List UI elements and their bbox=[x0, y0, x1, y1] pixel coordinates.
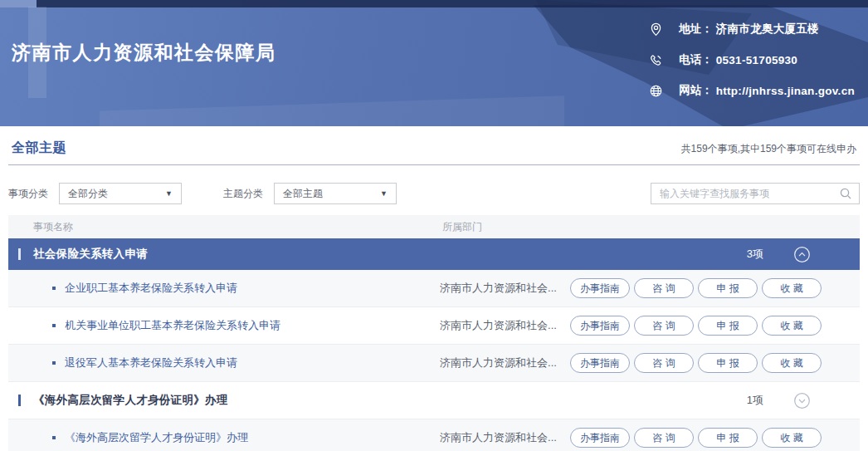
group-count: 3项 bbox=[747, 247, 763, 262]
theme-select[interactable]: 全部主题 bbox=[274, 183, 397, 204]
favorite-button[interactable]: 收 藏 bbox=[762, 316, 822, 336]
contact-label: 地址： bbox=[679, 22, 713, 37]
contact-phone: 电话： 0531-51705930 bbox=[647, 49, 855, 71]
table-row: 《海外高层次留学人才身份证明》办理 济南市人力资源和社会... 办事指南 咨 询… bbox=[8, 419, 860, 451]
guide-button[interactable]: 办事指南 bbox=[570, 316, 630, 336]
search-input[interactable] bbox=[660, 188, 839, 199]
service-name-link[interactable]: 企业职工基本养老保险关系转入申请 bbox=[8, 281, 440, 296]
contact-address: 地址： 济南市龙奥大厦五楼 bbox=[647, 18, 855, 40]
items-count-summary: 共159个事项,其中159个事项可在线申办 bbox=[681, 142, 856, 157]
category-filter-label: 事项分类 bbox=[8, 187, 48, 201]
theme-select-value: 全部主题 bbox=[283, 187, 323, 201]
group-name: 《海外高层次留学人才身份证明》办理 bbox=[33, 393, 228, 408]
row-actions: 办事指南 咨 询 申 报 收 藏 bbox=[570, 316, 822, 336]
group-marker bbox=[18, 248, 21, 260]
location-pin-icon bbox=[647, 21, 664, 37]
consult-button[interactable]: 咨 询 bbox=[634, 353, 694, 373]
search-box bbox=[651, 183, 860, 204]
guide-button[interactable]: 办事指南 bbox=[570, 428, 630, 448]
contact-list: 地址： 济南市龙奥大厦五楼 电话： 0531-51705930 bbox=[647, 18, 855, 110]
row-actions: 办事指南 咨 询 申 报 收 藏 bbox=[570, 353, 822, 373]
contact-value: 济南市龙奥大厦五楼 bbox=[716, 22, 819, 37]
group-marker bbox=[18, 395, 21, 406]
contact-value: 0531-51705930 bbox=[716, 54, 798, 66]
contact-value: http://jnhrss.jinan.gov.cn bbox=[716, 85, 855, 97]
service-department: 济南市人力资源和社会... bbox=[440, 355, 570, 370]
guide-button[interactable]: 办事指南 bbox=[570, 278, 630, 298]
content: 全部主题 共159个事项,其中159个事项可在线申办 事项分类 全部分类 主题分… bbox=[0, 126, 868, 451]
theme-filter-label: 主题分类 bbox=[223, 187, 263, 201]
row-actions: 办事指南 咨 询 申 报 收 藏 bbox=[570, 428, 822, 448]
globe-icon bbox=[647, 82, 664, 99]
favorite-button[interactable]: 收 藏 bbox=[762, 353, 822, 373]
page: 济南市人力资源和社会保障局 地址： 济南市龙奥大厦五楼 bbox=[0, 0, 868, 451]
consult-button[interactable]: 咨 询 bbox=[634, 428, 694, 448]
table-row: 退役军人基本养老保险关系转入申请 济南市人力资源和社会... 办事指南 咨 询 … bbox=[8, 345, 860, 382]
site-title: 济南市人力资源和社会保障局 bbox=[12, 40, 276, 66]
filters-bar: 事项分类 全部分类 主题分类 全部主题 bbox=[8, 183, 860, 204]
guide-button[interactable]: 办事指南 bbox=[570, 353, 630, 373]
group-row-social-insurance[interactable]: 社会保险关系转入申请 3项 bbox=[8, 238, 860, 270]
row-actions: 办事指南 咨 询 申 报 收 藏 bbox=[570, 278, 822, 298]
apply-button[interactable]: 申 报 bbox=[698, 428, 758, 448]
contact-label: 网站： bbox=[679, 83, 713, 98]
apply-button[interactable]: 申 报 bbox=[698, 278, 758, 298]
table-header-row: 事项名称 所属部门 bbox=[8, 215, 860, 238]
contact-website: 网站： http://jnhrss.jinan.gov.cn bbox=[647, 80, 855, 101]
service-name-link[interactable]: 《海外高层次留学人才身份证明》办理 bbox=[8, 430, 440, 445]
consult-button[interactable]: 咨 询 bbox=[634, 316, 694, 336]
favorite-button[interactable]: 收 藏 bbox=[762, 428, 822, 448]
service-name-link[interactable]: 机关事业单位职工基本养老保险关系转入申请 bbox=[8, 318, 440, 333]
services-table: 事项名称 所属部门 社会保险关系转入申请 3项 企业职工基本养老保险关系转入申请… bbox=[8, 215, 860, 451]
contact-label: 电话： bbox=[679, 52, 713, 67]
table-row: 企业职工基本养老保险关系转入申请 济南市人力资源和社会... 办事指南 咨 询 … bbox=[8, 270, 860, 307]
category-select-value: 全部分类 bbox=[68, 187, 108, 201]
group-row-overseas-talent[interactable]: 《海外高层次留学人才身份证明》办理 1项 bbox=[8, 382, 860, 419]
column-header-department: 所属部门 bbox=[442, 220, 482, 234]
service-department: 济南市人力资源和社会... bbox=[440, 281, 570, 296]
collapse-icon[interactable] bbox=[793, 246, 811, 263]
favorite-button[interactable]: 收 藏 bbox=[762, 278, 822, 298]
site-header: 济南市人力资源和社会保障局 地址： 济南市龙奥大厦五楼 bbox=[0, 0, 868, 126]
service-name-link[interactable]: 退役军人基本养老保险关系转入申请 bbox=[8, 355, 440, 370]
table-row: 机关事业单位职工基本养老保险关系转入申请 济南市人力资源和社会... 办事指南 … bbox=[8, 307, 860, 345]
apply-button[interactable]: 申 报 bbox=[698, 353, 758, 373]
section-head: 全部主题 共159个事项,其中159个事项可在线申办 bbox=[8, 126, 860, 165]
caret-down-icon bbox=[165, 190, 173, 198]
consult-button[interactable]: 咨 询 bbox=[634, 278, 694, 298]
group-name: 社会保险关系转入申请 bbox=[33, 247, 148, 262]
column-header-name: 事项名称 bbox=[8, 220, 442, 234]
page-title: 全部主题 bbox=[12, 140, 66, 157]
service-department: 济南市人力资源和社会... bbox=[440, 318, 570, 333]
service-department: 济南市人力资源和社会... bbox=[440, 430, 570, 445]
category-select[interactable]: 全部分类 bbox=[59, 183, 182, 204]
banner-art-keyboard bbox=[100, 88, 564, 126]
search-icon[interactable] bbox=[839, 187, 852, 200]
expand-icon[interactable] bbox=[793, 392, 811, 409]
group-count: 1项 bbox=[747, 393, 763, 408]
phone-icon bbox=[647, 51, 664, 68]
caret-down-icon bbox=[380, 190, 388, 198]
apply-button[interactable]: 申 报 bbox=[698, 316, 758, 336]
